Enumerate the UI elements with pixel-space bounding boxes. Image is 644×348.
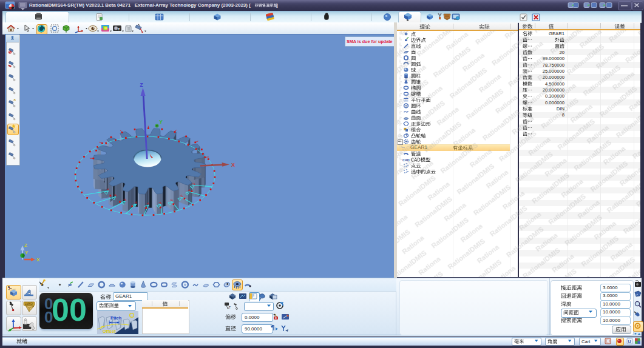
svg-text:X: X [36,257,40,263]
svg-text:Y: Y [25,250,29,255]
svg-text:Y: Y [159,119,163,125]
svg-text:Pitch: Pitch [110,315,122,321]
svg-text:X: X [231,162,235,168]
svg-text:Z: Z [24,243,27,248]
svg-text:Offset: Offset [103,329,116,334]
svg-text:Z: Z [140,82,143,88]
